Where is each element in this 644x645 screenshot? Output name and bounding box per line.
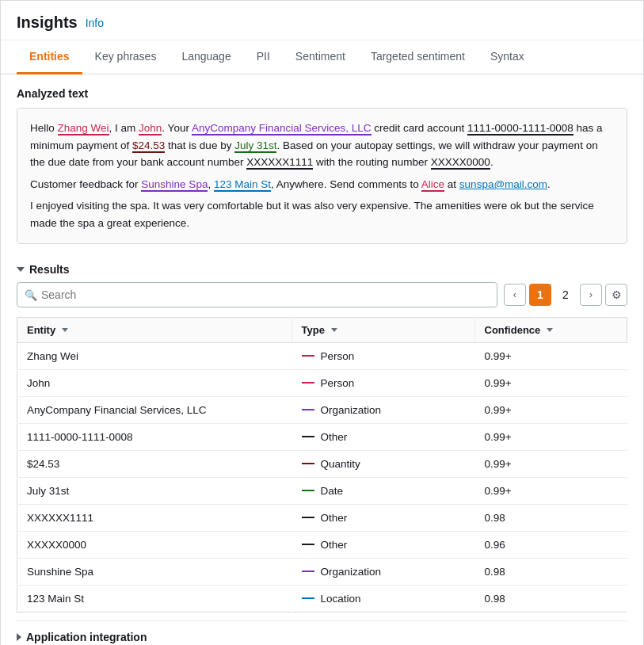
results-section: Results 🔍 ‹ 1 2 › ⚙ — [17, 257, 627, 613]
col-confidence[interactable]: Confidence — [474, 317, 627, 342]
table-row: Sunshine SpaOrganization0.98 — [17, 558, 627, 585]
cell-type: Date — [292, 477, 474, 504]
pagination: ‹ 1 2 › ⚙ — [504, 284, 627, 306]
entity-amount: $24.53 — [132, 139, 165, 153]
info-link[interactable]: Info — [86, 17, 104, 29]
cell-confidence: 0.99+ — [474, 423, 627, 450]
entity-account-num: 1111-0000-1111-0008 — [467, 122, 574, 135]
type-label: Person — [321, 377, 355, 389]
page-2-button[interactable]: 2 — [554, 284, 577, 306]
results-table: Entity Type Confidence — [17, 317, 627, 613]
type-label: Person — [321, 350, 355, 362]
sort-entity-icon — [62, 328, 68, 332]
cell-entity: Zhang Wei — [17, 342, 292, 369]
results-header[interactable]: Results — [17, 257, 627, 282]
cell-type: Person — [292, 342, 474, 369]
cell-entity: 1111-0000-1111-0008 — [17, 423, 292, 450]
page-1-button[interactable]: 1 — [529, 284, 551, 306]
analyzed-text-box: Hello Zhang Wei, I am John. Your AnyComp… — [17, 108, 627, 244]
entity-anycompany: AnyCompany Financial Services, LLC — [192, 122, 372, 135]
search-wrap: 🔍 — [17, 282, 497, 307]
cell-type: Quantity — [292, 450, 474, 477]
tab-targeted-sentiment[interactable]: Targeted sentiment — [358, 40, 478, 74]
entity-alice: Alice — [421, 178, 444, 192]
next-page-button[interactable]: › — [580, 284, 602, 306]
type-label: Quantity — [321, 458, 360, 470]
tabs-bar: Entities Key phrases Language PII Sentim… — [1, 40, 643, 74]
tab-language[interactable]: Language — [169, 40, 243, 74]
search-icon: 🔍 — [25, 288, 37, 300]
cell-entity: John — [17, 369, 292, 396]
type-label: Organization — [321, 404, 382, 416]
table-row: July 31stDate0.99+ — [17, 477, 627, 504]
cell-confidence: 0.98 — [474, 585, 627, 612]
entity-date: July 31st — [234, 139, 276, 153]
analyzed-text-section: Analyzed text Hello Zhang Wei, I am John… — [17, 87, 627, 244]
sort-type-icon — [331, 328, 337, 332]
app-int-label: Application integration — [26, 631, 147, 643]
content-area: Analyzed text Hello Zhang Wei, I am John… — [1, 74, 643, 645]
cell-entity: AnyCompany Financial Services, LLC — [17, 396, 292, 423]
type-label: Other — [321, 431, 348, 443]
cell-entity: XXXXX0000 — [17, 531, 292, 558]
entity-sunshine-spa: Sunshine Spa — [141, 178, 208, 192]
search-pagination-bar: 🔍 ‹ 1 2 › ⚙ — [17, 282, 627, 307]
app-int-header[interactable]: Application integration — [17, 631, 627, 643]
cell-confidence: 0.98 — [474, 504, 627, 531]
table-row: XXXXX0000Other0.96 — [17, 531, 627, 558]
cell-type: Person — [292, 369, 474, 396]
cell-confidence: 0.98 — [474, 558, 627, 585]
prev-page-button[interactable]: ‹ — [504, 284, 526, 306]
cell-type: Organization — [292, 558, 474, 585]
cell-type: Other — [292, 504, 474, 531]
entity-zhang-wei: Zhang Wei — [58, 122, 109, 135]
table-row: $24.53Quantity0.99+ — [17, 450, 627, 477]
table-body: Zhang WeiPerson0.99+JohnPerson0.99+AnyCo… — [17, 342, 627, 612]
analyzed-text-title: Analyzed text — [17, 87, 627, 100]
page-header: Insights Info — [1, 1, 643, 40]
sort-confidence-icon — [547, 328, 553, 332]
results-title: Results — [29, 263, 70, 276]
tab-syntax[interactable]: Syntax — [478, 40, 537, 74]
table-row: Zhang WeiPerson0.99+ — [17, 342, 627, 369]
cell-confidence: 0.99+ — [474, 396, 627, 423]
entity-email: sunspa@mail.com — [459, 178, 547, 190]
tab-sentiment[interactable]: Sentiment — [283, 40, 358, 74]
table-row: AnyCompany Financial Services, LLCOrgani… — [17, 396, 627, 423]
entity-routing: XXXXX0000 — [431, 156, 490, 170]
col-entity[interactable]: Entity — [17, 317, 292, 342]
type-label: Organization — [321, 566, 382, 578]
type-label: Other — [321, 512, 348, 524]
cell-confidence: 0.99+ — [474, 450, 627, 477]
entity-address: 123 Main St — [214, 178, 271, 192]
cell-confidence: 0.99+ — [474, 477, 627, 504]
settings-button[interactable]: ⚙ — [605, 284, 627, 306]
text-para-1: Hello Zhang Wei, I am John. Your AnyComp… — [30, 120, 614, 171]
cell-confidence: 0.99+ — [474, 369, 627, 396]
cell-entity: $24.53 — [17, 450, 292, 477]
text-para-3: I enjoyed visiting the spa. It was very … — [30, 197, 614, 231]
tab-pii[interactable]: PII — [244, 40, 283, 74]
table-row: 1111-0000-1111-0008Other0.99+ — [17, 423, 627, 450]
col-type[interactable]: Type — [292, 317, 474, 342]
application-integration: Application integration — [17, 620, 627, 643]
type-label: Other — [321, 539, 348, 551]
text-para-2: Customer feedback for Sunshine Spa, 123 … — [30, 176, 614, 193]
page-title: Insights — [17, 13, 78, 32]
table-row: JohnPerson0.99+ — [17, 369, 627, 396]
type-label: Location — [321, 593, 361, 605]
tab-key-phrases[interactable]: Key phrases — [82, 40, 170, 74]
cell-entity: July 31st — [17, 477, 292, 504]
cell-confidence: 0.96 — [474, 531, 627, 558]
table-header: Entity Type Confidence — [17, 317, 627, 342]
tab-entities[interactable]: Entities — [17, 40, 82, 74]
entity-bank-account: XXXXXX1111 — [246, 156, 313, 170]
search-input[interactable] — [17, 282, 497, 307]
cell-confidence: 0.99+ — [474, 342, 627, 369]
cell-type: Organization — [292, 396, 474, 423]
cell-type: Location — [292, 585, 474, 612]
cell-type: Other — [292, 531, 474, 558]
type-label: Date — [321, 485, 344, 497]
cell-entity: XXXXXX1111 — [17, 504, 292, 531]
entity-john: John — [139, 122, 162, 135]
